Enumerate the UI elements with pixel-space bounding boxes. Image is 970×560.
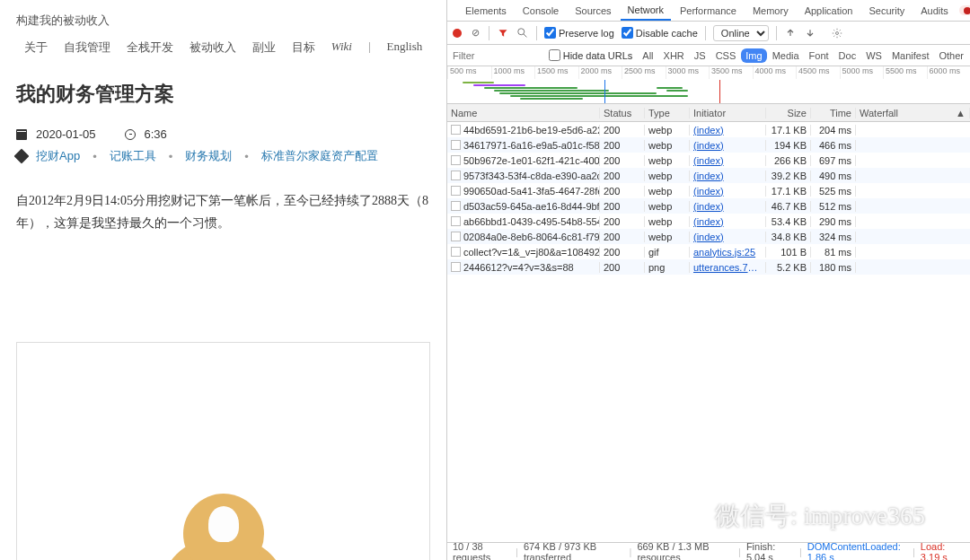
table-row[interactable]: 44bd6591-21b6-be19-e5d6-a22e404a61...200… <box>447 122 970 137</box>
tab-elements[interactable]: Elements <box>458 2 514 20</box>
disable-cache-checkbox[interactable]: Disable cache <box>622 27 698 39</box>
avatar-head-icon <box>183 494 264 560</box>
req-initiator[interactable]: utterances.7124870... <box>690 262 766 273</box>
preserve-log-checkbox[interactable]: Preserve log <box>544 27 614 39</box>
site-title[interactable]: 构建我的被动收入 <box>16 13 430 29</box>
record-icon[interactable] <box>453 29 462 38</box>
pill-js[interactable]: JS <box>690 48 710 63</box>
req-name: 2446612?v=4?v=3&s=88 <box>463 262 574 273</box>
pill-xhr[interactable]: XHR <box>659 48 689 63</box>
pill-manifest[interactable]: Manifest <box>887 48 934 63</box>
req-initiator[interactable]: analytics.js:25 <box>690 247 766 258</box>
col-waterfall[interactable]: Waterfall ▲ <box>856 108 970 118</box>
nav-fullstack[interactable]: 全栈开发 <box>127 39 173 56</box>
tag-link[interactable]: 挖财App <box>36 148 80 164</box>
table-row[interactable]: 2446612?v=4?v=3&s=88200pngutterances.712… <box>447 259 970 275</box>
req-name: 990650ad-5a41-3fa5-4647-28fe20962e2f... <box>463 186 600 197</box>
nav-english[interactable]: English <box>386 39 422 56</box>
nav-passive[interactable]: 被动收入 <box>190 39 236 56</box>
pill-ws[interactable]: WS <box>861 48 886 63</box>
table-row[interactable]: 990650ad-5a41-3fa5-4647-28fe20962e2f...2… <box>447 183 970 198</box>
tab-performance[interactable]: Performance <box>673 2 744 20</box>
post-body: 自2012年2月9日14:05分用挖财记下第一笔帐后，至今已经持续了2888天（… <box>16 189 430 234</box>
pill-doc[interactable]: Doc <box>834 48 861 63</box>
req-time: 697 ms <box>811 155 856 166</box>
tab-console[interactable]: Console <box>516 2 566 20</box>
col-type[interactable]: Type <box>645 108 690 118</box>
table-row[interactable]: 9573f343-53f4-c8da-e390-aa2d21f47e00...2… <box>447 168 970 183</box>
timeline-tick: 3500 ms <box>709 66 753 79</box>
nav-goal[interactable]: 目标 <box>292 39 315 56</box>
search-icon[interactable] <box>516 27 529 39</box>
table-row[interactable]: 50b9672e-1e01-62f1-421c-400de71e914...20… <box>447 153 970 168</box>
type-filter: All XHR JS CSS Img Media Font Doc WS Man… <box>638 48 968 63</box>
gear-icon[interactable] <box>831 27 843 39</box>
tag-icon <box>14 149 30 164</box>
req-initiator[interactable]: (index) <box>690 232 766 242</box>
pill-img[interactable]: Img <box>741 48 766 63</box>
throttling-select[interactable]: Online <box>713 25 769 41</box>
svg-point-3 <box>518 28 525 34</box>
tab-network[interactable]: Network <box>621 1 671 21</box>
tab-audits[interactable]: Audits <box>913 2 956 20</box>
req-size: 194 KB <box>766 140 811 151</box>
upload-icon[interactable] <box>784 27 797 39</box>
tag-link[interactable]: 记账工具 <box>110 148 156 164</box>
col-time[interactable]: Time <box>811 108 856 118</box>
tag-link[interactable]: 财务规划 <box>185 148 232 164</box>
pill-font[interactable]: Font <box>805 48 833 63</box>
clear-icon[interactable]: ⊘ <box>469 27 481 39</box>
nav-about[interactable]: 关于 <box>24 39 48 56</box>
timeline-overview[interactable]: 500 ms1000 ms1500 ms2000 ms2500 ms3000 m… <box>447 66 970 104</box>
table-header[interactable]: Name Status Type Initiator Size Time Wat… <box>447 104 970 122</box>
pill-css[interactable]: CSS <box>711 48 741 63</box>
req-type: gif <box>645 247 690 258</box>
req-type: png <box>645 262 690 273</box>
req-initiator[interactable]: (index) <box>690 216 766 227</box>
req-type: webp <box>645 201 690 212</box>
req-size: 34.8 KB <box>766 232 811 242</box>
table-row[interactable]: ab66bbd1-0439-c495-54b8-55464f96b9...200… <box>447 214 970 229</box>
table-row[interactable]: d503ac59-645a-ae16-8d44-9bf546384c3...20… <box>447 198 970 214</box>
file-icon <box>451 262 461 272</box>
req-initiator[interactable]: (index) <box>690 125 766 136</box>
req-initiator[interactable]: (index) <box>690 201 766 212</box>
req-size: 53.4 KB <box>766 216 811 227</box>
table-row[interactable]: 02084a0e-8eb6-8064-6c81-f79a77cc469...20… <box>447 229 970 244</box>
tab-memory[interactable]: Memory <box>745 2 796 20</box>
tab-sources[interactable]: Sources <box>568 2 618 20</box>
req-status: 200 <box>600 125 645 136</box>
table-row[interactable]: collect?v=1&_v=j80&a=1084925518&t=p...20… <box>447 244 970 259</box>
nav-wiki[interactable]: Wiki <box>331 39 352 56</box>
col-status[interactable]: Status <box>600 108 645 118</box>
filter-input[interactable] <box>449 48 539 64</box>
req-initiator[interactable]: (index) <box>690 186 766 197</box>
req-initiator[interactable]: (index) <box>690 140 766 151</box>
file-icon <box>451 232 461 241</box>
file-icon <box>451 186 461 196</box>
pill-all[interactable]: All <box>638 48 657 63</box>
post-image <box>16 342 430 560</box>
col-name[interactable]: Name <box>447 108 600 118</box>
nav-side[interactable]: 副业 <box>252 39 276 56</box>
col-size[interactable]: Size <box>766 108 811 118</box>
req-initiator[interactable]: (index) <box>690 155 766 166</box>
download-icon[interactable] <box>804 27 816 39</box>
col-initiator[interactable]: Initiator <box>690 108 766 118</box>
req-time: 180 ms <box>811 262 856 273</box>
pill-other[interactable]: Other <box>934 48 968 63</box>
file-icon <box>451 140 461 150</box>
tab-security[interactable]: Security <box>861 2 912 20</box>
pill-media[interactable]: Media <box>768 48 804 63</box>
error-count[interactable]: 3 <box>959 5 970 15</box>
req-status: 200 <box>600 171 645 181</box>
tab-application[interactable]: Application <box>798 2 860 20</box>
req-initiator[interactable]: (index) <box>690 171 766 181</box>
req-name: 50b9672e-1e01-62f1-421c-400de71e914... <box>463 155 600 166</box>
req-size: 39.2 KB <box>766 171 811 181</box>
tag-link[interactable]: 标准普尔家庭资产配置 <box>261 148 378 164</box>
nav-self[interactable]: 自我管理 <box>64 39 110 56</box>
table-row[interactable]: 34617971-6a16-e9a5-a01c-f583d7086b4...20… <box>447 137 970 153</box>
filter-toggle-icon[interactable] <box>497 27 509 39</box>
hide-data-urls-checkbox[interactable]: Hide data URLs <box>549 49 633 61</box>
